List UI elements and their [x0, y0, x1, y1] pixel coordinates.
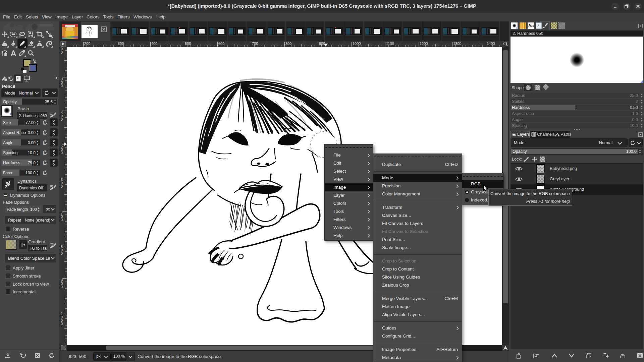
svg-text:700: 700 — [252, 42, 258, 46]
svg-text:500: 500 — [185, 42, 191, 46]
svg-text:600: 600 — [218, 42, 224, 46]
svg-text:1200: 1200 — [420, 42, 428, 46]
svg-text:1300: 1300 — [453, 42, 461, 46]
svg-text:1000: 1000 — [353, 42, 361, 46]
svg-text:0: 0 — [61, 251, 63, 255]
svg-text:0: 0 — [61, 84, 63, 88]
svg-text:400: 400 — [151, 42, 157, 46]
svg-text:0: 0 — [61, 117, 63, 121]
svg-text:0: 0 — [61, 322, 63, 326]
svg-text:0: 0 — [61, 218, 63, 222]
svg-text:800: 800 — [285, 42, 291, 46]
svg-text:1100: 1100 — [386, 42, 394, 46]
svg-text:1400: 1400 — [487, 42, 495, 46]
svg-text:200: 200 — [84, 42, 90, 46]
svg-text:0: 0 — [61, 50, 63, 54]
svg-text:0: 0 — [61, 151, 63, 155]
svg-text:0: 0 — [61, 285, 63, 289]
svg-text:0: 0 — [61, 184, 63, 188]
svg-text:300: 300 — [118, 42, 124, 46]
